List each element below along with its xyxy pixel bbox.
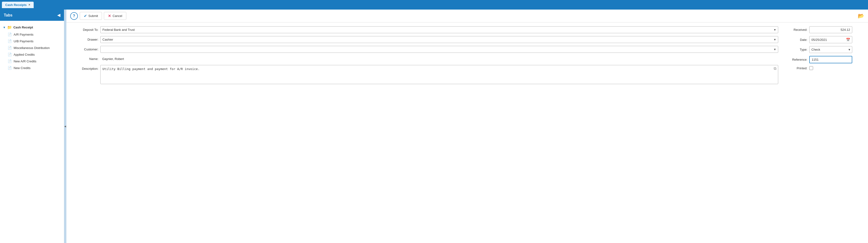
received-label: Received: xyxy=(786,28,807,32)
doc-icon-new-credits: 📄 xyxy=(8,66,12,70)
customer-label: Customer: xyxy=(72,48,98,51)
printed-row: Printed: xyxy=(786,66,862,70)
sidebar-handle[interactable]: ◀ xyxy=(64,9,66,243)
sidebar-header: Tabs ◀ xyxy=(0,9,64,21)
deposit-select[interactable]: Federal Bank and Trust xyxy=(100,26,778,33)
help-icon: ? xyxy=(73,14,75,18)
printed-label: Printed: xyxy=(786,66,807,70)
cancel-x-icon: ✕ xyxy=(108,13,111,18)
date-value: 05/25/2021 xyxy=(811,38,827,41)
doc-icon-new-ar: 📄 xyxy=(8,59,12,63)
doc-icon-applied: 📄 xyxy=(8,53,12,56)
sidebar-item-new-ar-credits[interactable]: 📄 New A/R Credits xyxy=(0,58,64,64)
reference-input[interactable] xyxy=(809,56,852,63)
received-row: Received: xyxy=(786,26,862,33)
group-arrow-icon: ▼ xyxy=(3,26,6,29)
sidebar-label-ar: A/R Payments xyxy=(13,33,33,36)
name-row: Name: Gaynier, Robert xyxy=(72,56,778,62)
help-button[interactable]: ? xyxy=(70,12,78,20)
type-select-wrapper: CheckCashCredit CardEFT ▼ xyxy=(809,46,852,53)
description-label: Description: xyxy=(72,67,98,70)
sidebar-item-misc-distribution[interactable]: 📄 Miscellaneous Distribution xyxy=(0,44,64,51)
main-layout: Tabs ◀ ▼ 📁 Cash Receipt 📄 A/R Payments 📄… xyxy=(0,9,868,243)
submit-label: Submit xyxy=(88,14,98,18)
open-folder-icon[interactable]: 📂 xyxy=(858,13,864,19)
sidebar-title: Tabs xyxy=(4,13,12,18)
handle-icon: ◀ xyxy=(64,125,66,128)
sidebar-item-applied-credits[interactable]: 📄 Applied Credits xyxy=(0,51,64,58)
cancel-button[interactable]: ✕ Cancel xyxy=(104,12,126,20)
tab-label: Cash Receipts xyxy=(5,3,27,7)
cash-receipts-tab[interactable]: Cash Receipts × xyxy=(2,2,34,8)
toolbar: ? ✔ Submit ✕ Cancel 📂 xyxy=(66,9,868,23)
name-label: Name: xyxy=(72,57,98,61)
doc-icon-ub: 📄 xyxy=(8,39,12,43)
received-input[interactable] xyxy=(809,26,852,33)
top-bar: Cash Receipts × xyxy=(0,0,868,9)
reference-label: Reference: xyxy=(786,58,807,61)
form-right: Received: Date: 05/25/2021 📅 Type: Check… xyxy=(786,26,862,88)
doc-icon-ar: 📄 xyxy=(8,32,12,36)
form-left: Deposit To: Federal Bank and Trust ▼ Dra… xyxy=(72,26,778,88)
date-wrapper[interactable]: 05/25/2021 📅 xyxy=(809,36,852,43)
description-textarea[interactable]: Utility Billing payment and payment for … xyxy=(100,65,778,84)
reference-row: Reference: xyxy=(786,56,862,63)
deposit-row: Deposit To: Federal Bank and Trust ▼ xyxy=(72,26,778,33)
type-select[interactable]: CheckCashCredit CardEFT xyxy=(809,46,852,53)
deposit-label: Deposit To: xyxy=(72,28,98,32)
drawer-label: Drawer: xyxy=(72,38,98,41)
submit-button[interactable]: ✔ Submit xyxy=(80,12,102,20)
description-wrapper: Utility Billing payment and payment for … xyxy=(100,65,778,85)
sidebar-label-ub: U/B Payments xyxy=(13,39,33,43)
doc-icon-misc: 📄 xyxy=(8,46,12,50)
drawer-row: Drawer: Cashier ▼ xyxy=(72,36,778,43)
sidebar-label-new-ar: New A/R Credits xyxy=(13,60,36,63)
folder-icon: 📁 xyxy=(7,25,12,30)
drawer-select[interactable]: Cashier xyxy=(100,36,778,43)
deposit-select-wrapper: Federal Bank and Trust ▼ xyxy=(100,26,778,33)
sidebar-label-applied: Applied Credits xyxy=(13,53,35,56)
copy-icon[interactable]: ⧉ xyxy=(774,66,776,71)
group-label: Cash Receipt xyxy=(13,26,33,29)
tab-close-icon[interactable]: × xyxy=(29,3,30,6)
type-label: Type: xyxy=(786,48,807,51)
customer-row: Customer: ▼ xyxy=(72,46,778,53)
sidebar-content: ▼ 📁 Cash Receipt 📄 A/R Payments 📄 U/B Pa… xyxy=(0,21,64,243)
customer-select-wrapper: ▼ xyxy=(100,46,778,53)
sidebar-label-misc: Miscellaneous Distribution xyxy=(13,46,50,50)
content-area: ? ✔ Submit ✕ Cancel 📂 Deposit To: xyxy=(66,9,868,243)
printed-checkbox[interactable] xyxy=(809,66,813,70)
sidebar-item-ar-payments[interactable]: 📄 A/R Payments xyxy=(0,31,64,38)
sidebar-item-ub-payments[interactable]: 📄 U/B Payments xyxy=(0,38,64,44)
sidebar-item-new-credits[interactable]: 📄 New Credits xyxy=(0,64,64,71)
date-label: Date: xyxy=(786,38,807,41)
sidebar-collapse-btn[interactable]: ◀ xyxy=(57,13,60,18)
calendar-icon[interactable]: 📅 xyxy=(846,38,850,41)
sidebar-group: ▼ 📁 Cash Receipt 📄 A/R Payments 📄 U/B Pa… xyxy=(0,23,64,72)
date-row: Date: 05/25/2021 📅 xyxy=(786,36,862,43)
drawer-select-wrapper: Cashier ▼ xyxy=(100,36,778,43)
description-row: Description: Utility Billing payment and… xyxy=(72,65,778,85)
name-value: Gaynier, Robert xyxy=(100,56,126,62)
form-area: Deposit To: Federal Bank and Trust ▼ Dra… xyxy=(66,23,868,92)
submit-check-icon: ✔ xyxy=(84,13,87,18)
sidebar-group-header[interactable]: ▼ 📁 Cash Receipt xyxy=(0,24,64,31)
cancel-label: Cancel xyxy=(113,14,122,18)
customer-select[interactable] xyxy=(100,46,778,53)
sidebar-label-new-credits: New Credits xyxy=(13,66,31,70)
type-row: Type: CheckCashCredit CardEFT ▼ xyxy=(786,46,862,53)
sidebar: Tabs ◀ ▼ 📁 Cash Receipt 📄 A/R Payments 📄… xyxy=(0,9,64,243)
